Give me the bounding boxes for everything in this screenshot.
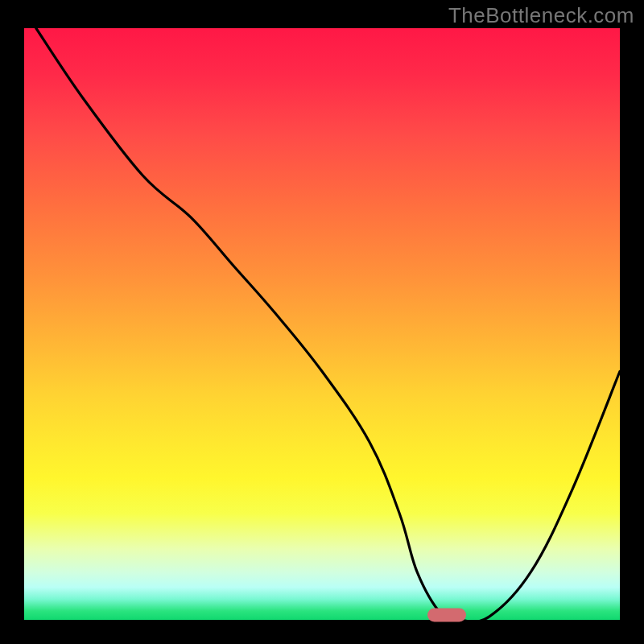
attribution-label: TheBottleneck.com [448,3,634,28]
bottleneck-curve [24,28,620,620]
optimal-marker [427,609,466,622]
chart-frame: TheBottleneck.com [0,0,644,644]
plot-area [24,28,620,620]
curve-line [36,28,620,620]
